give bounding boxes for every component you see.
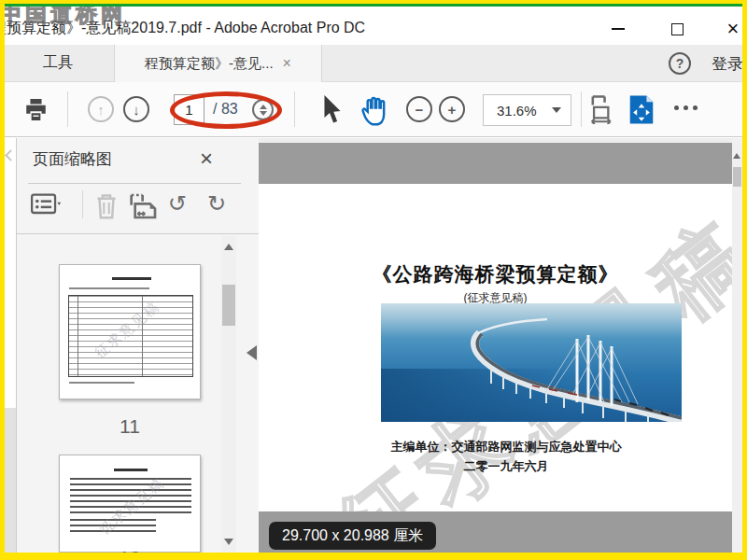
tab-close-icon[interactable]: × <box>283 55 291 72</box>
thumbnails-panel: 页面缩略图 × ↺ <box>17 138 259 553</box>
maximize-icon <box>671 23 684 35</box>
rotate-ccw-button[interactable]: ↺ <box>168 191 187 216</box>
divider <box>28 183 241 184</box>
more-tools-icon <box>693 105 698 110</box>
thumbnail-label-11: 11 <box>59 415 201 438</box>
rotate-ccw-icon: ↺ <box>168 190 187 216</box>
chevron-down-icon <box>552 107 561 113</box>
page-size-text: 29.700 x 20.988 厘米 <box>282 526 423 546</box>
document-scrollbar-thumb[interactable] <box>733 167 741 187</box>
pdf-title: 《公路跨海桥梁预算定额》 <box>259 261 732 287</box>
main-toolbar: ↑ ↓ / 83 − + 31.6% <box>0 82 747 137</box>
panel-separator <box>82 190 83 218</box>
delete-page-button[interactable] <box>93 192 120 220</box>
help-button[interactable]: ? <box>669 52 691 75</box>
plus-icon: + <box>448 102 457 118</box>
select-tool-button[interactable] <box>321 95 344 124</box>
frame-left <box>0 0 5 560</box>
minus-icon: − <box>416 102 424 118</box>
arrow-down-icon: ↓ <box>133 102 140 118</box>
fit-page-icon <box>627 94 655 125</box>
toolbar-separator <box>581 91 582 127</box>
arrow-up-icon: ↑ <box>97 102 105 118</box>
more-tools-icon <box>674 105 679 110</box>
fit-width-icon <box>589 95 615 124</box>
zoom-out-button[interactable]: − <box>406 96 432 122</box>
sign-in-button[interactable]: 登录 <box>712 53 742 75</box>
scroll-down-icon[interactable] <box>224 539 233 545</box>
scroll-up-icon[interactable] <box>733 153 740 159</box>
pdf-date: 二零一九年六月 <box>259 458 732 475</box>
more-tools-button[interactable] <box>674 105 698 110</box>
minimize-icon <box>612 28 625 30</box>
panel-scrollbar-thumb[interactable] <box>222 285 235 326</box>
options-icon <box>31 192 63 217</box>
document-scrollbar[interactable] <box>732 138 742 553</box>
acrobat-window: 程预算定额》-意见稿2019.7.pdf - Adobe Acrobat Pro… <box>0 0 747 560</box>
collapse-panel-button[interactable] <box>247 345 257 360</box>
trash-icon <box>93 192 120 220</box>
tab-tools[interactable]: 工具 <box>43 53 73 73</box>
help-icon: ? <box>676 56 684 71</box>
panel-close-button[interactable]: × <box>200 146 213 172</box>
rotate-cw-button[interactable]: ↻ <box>207 191 226 216</box>
cursor-arrow-icon <box>321 95 344 124</box>
more-tools-icon <box>684 105 688 110</box>
hand-tool-button[interactable] <box>360 93 391 126</box>
resize-pages-icon <box>129 192 159 220</box>
frame-green-line <box>0 4 747 7</box>
next-page-button[interactable]: ↓ <box>123 96 149 122</box>
thumbnail-page-11[interactable]: 征求意见稿 <box>59 264 201 399</box>
bridge-photo <box>381 303 682 422</box>
toolbar-separator <box>67 91 68 127</box>
zoom-level-value: 31.6% <box>497 103 552 119</box>
red-ellipse-annotation <box>170 91 282 129</box>
panel-scrollbar[interactable] <box>221 236 236 553</box>
close-icon: × <box>727 20 740 38</box>
document-pane: 征求意见稿 《公路跨海桥梁预算定额》 (征求意见稿) <box>259 138 732 553</box>
thumb-line <box>69 382 134 384</box>
print-button[interactable] <box>22 96 49 123</box>
frame-right <box>742 0 747 560</box>
zoom-in-button[interactable]: + <box>439 96 465 122</box>
nav-rail-lower <box>5 408 16 553</box>
tab-document-label: 程预算定额》-意见... <box>145 55 274 73</box>
thumbnail-page-12[interactable]: 征求意见稿 <box>59 455 201 553</box>
thumbnail-options-button[interactable] <box>31 192 63 217</box>
fit-width-button[interactable] <box>589 95 615 124</box>
frame-top <box>0 0 747 4</box>
frame-bottom <box>0 553 747 560</box>
minimize-button[interactable] <box>602 18 634 40</box>
hand-tool-icon <box>360 93 391 126</box>
resize-pages-button[interactable] <box>129 192 159 220</box>
tab-document[interactable]: 程预算定额》-意见... × <box>114 45 322 82</box>
printer-icon <box>22 96 49 123</box>
maximize-button[interactable] <box>661 18 693 40</box>
thumb-line <box>69 287 149 289</box>
fit-page-button[interactable] <box>627 94 655 125</box>
rotate-cw-icon: ↻ <box>207 190 226 216</box>
pane-top-strip <box>259 138 732 143</box>
page-size-badge: 29.700 x 20.988 厘米 <box>269 522 436 550</box>
zoom-level-select[interactable]: 31.6% <box>483 94 571 126</box>
sea-bridge-image <box>381 303 682 422</box>
pdf-publisher: 主编单位：交通部路网监测与应急处置中心 <box>259 439 732 455</box>
divider <box>17 233 259 234</box>
scroll-up-icon[interactable] <box>224 244 233 250</box>
thumb-heading <box>112 277 151 280</box>
thumb-heading <box>114 469 148 471</box>
tab-bar: 页 工具 程预算定额》-意见... × <box>0 45 747 82</box>
previous-page-button[interactable]: ↑ <box>88 96 114 122</box>
toolbar-separator <box>294 91 295 127</box>
pdf-page[interactable]: 征求意见稿 《公路跨海桥梁预算定额》 (征求意见稿) <box>259 184 732 511</box>
panel-title: 页面缩略图 <box>33 148 112 170</box>
